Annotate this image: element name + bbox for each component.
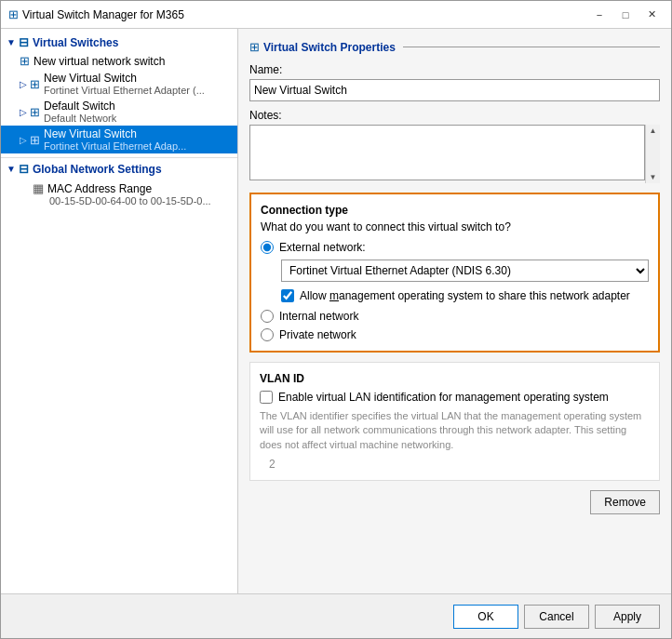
- properties-title: Virtual Switch Properties: [263, 41, 396, 54]
- global-icon: ⊟: [19, 162, 29, 176]
- internal-radio[interactable]: [261, 310, 274, 323]
- default-sw-content: Default Switch Default Network: [44, 100, 116, 124]
- virtual-switches-header[interactable]: ▼ ⊟ Virtual Switches: [1, 33, 237, 52]
- left-panel: ▼ ⊟ Virtual Switches ⊞ New virtual netwo…: [1, 29, 238, 593]
- default-sw-expand: ▷: [20, 107, 27, 117]
- vlan-checkbox[interactable]: [260, 391, 273, 404]
- allow-mgmt-checkbox[interactable]: [281, 289, 294, 302]
- vlan-checkbox-label: Enable virtual LAN identification for ma…: [278, 391, 609, 404]
- right-panel: ⊞ Virtual Switch Properties Name: Notes:…: [238, 29, 671, 593]
- mac-sub: 00-15-5D-00-64-00 to 00-15-5D-0...: [49, 195, 232, 206]
- tree-item-default-switch[interactable]: ▷ ⊞ Default Switch Default Network: [1, 98, 237, 126]
- maximize-button[interactable]: □: [613, 5, 638, 25]
- allow-mgmt-checkbox-row: Allow management operating system to sha…: [281, 289, 649, 302]
- selected-vs-sub: Fortinet Virtual Ethernet Adap...: [44, 140, 186, 152]
- vlan-description: The VLAN identifier specifies the virtua…: [260, 409, 650, 452]
- internal-radio-label: Internal network: [279, 310, 358, 323]
- header-divider: [403, 47, 660, 47]
- scroll-down-icon[interactable]: ▼: [650, 173, 657, 181]
- vlan-checkbox-row: Enable virtual LAN identification for ma…: [260, 391, 650, 404]
- adapter-dropdown[interactable]: Fortinet Virtual Ethernet Adapter (NDIS …: [281, 260, 649, 282]
- bottom-bar: OK Cancel Apply: [1, 593, 671, 638]
- name-field-group: Name:: [249, 63, 660, 109]
- content-area: ▼ ⊟ Virtual Switches ⊞ New virtual netwo…: [1, 29, 671, 593]
- connection-type-title: Connection type: [261, 204, 649, 217]
- external-radio[interactable]: [261, 241, 274, 254]
- cancel-button[interactable]: Cancel: [524, 605, 589, 629]
- main-window: ⊞ Virtual Switch Manager for M365 − □ ✕ …: [0, 0, 672, 639]
- virtual-switches-label: Virtual Switches: [33, 36, 118, 49]
- external-radio-row: External network:: [261, 241, 649, 254]
- global-network-header[interactable]: ▼ ⊟ Global Network Settings: [1, 157, 237, 180]
- minimize-button[interactable]: −: [587, 5, 612, 25]
- remove-row: Remove: [249, 490, 660, 514]
- global-network-label: Global Network Settings: [33, 163, 162, 176]
- tree-item-new-vs[interactable]: ▷ ⊞ New Virtual Switch Fortinet Virtual …: [1, 70, 237, 98]
- notes-field-group: Notes: ▲ ▼: [249, 109, 660, 183]
- new-vs-expand: ▷: [20, 79, 27, 89]
- properties-header: ⊞ Virtual Switch Properties: [249, 40, 660, 54]
- connection-type-desc: What do you want to connect this virtual…: [261, 220, 649, 233]
- new-vnet-icon: ⊞: [20, 54, 30, 68]
- vlan-value: 2: [269, 458, 650, 471]
- vlan-title: VLAN ID: [260, 372, 650, 385]
- selected-vs-content: New Virtual Switch Fortinet Virtual Ethe…: [44, 127, 186, 152]
- adapter-dropdown-wrapper: Fortinet Virtual Ethernet Adapter (NDIS …: [281, 260, 649, 282]
- expand-icon: ▼: [7, 37, 16, 47]
- notes-textarea[interactable]: [249, 125, 645, 180]
- tree-item-new-vnet[interactable]: ⊞ New virtual network switch: [1, 52, 237, 70]
- mac-icon: ▦ MAC Address Range: [33, 181, 232, 195]
- default-sw-icon: ⊞: [30, 105, 40, 119]
- default-sw-label: Default Switch: [44, 100, 116, 113]
- properties-icon: ⊞: [249, 40, 260, 54]
- mac-icon-symbol: ▦: [33, 181, 44, 195]
- name-input[interactable]: [249, 79, 660, 101]
- new-vs-sub: Fortinet Virtual Ethernet Adapter (...: [44, 85, 205, 96]
- remove-button[interactable]: Remove: [590, 490, 660, 514]
- scroll-up-icon[interactable]: ▲: [650, 126, 657, 135]
- selected-vs-label: New Virtual Switch: [44, 127, 186, 140]
- new-vnet-content: New virtual network switch: [34, 55, 165, 68]
- ok-button[interactable]: OK: [453, 605, 518, 629]
- apply-button[interactable]: Apply: [595, 605, 660, 629]
- allow-mgmt-label: Allow management operating system to sha…: [300, 289, 630, 302]
- global-expand-icon: ▼: [7, 164, 16, 174]
- titlebar-controls: − □ ✕: [587, 5, 664, 25]
- titlebar-icon: ⊞: [8, 7, 19, 21]
- new-vnet-label: New virtual network switch: [34, 55, 165, 68]
- new-vs-content: New Virtual Switch Fortinet Virtual Ethe…: [44, 72, 205, 96]
- selected-vs-icon: ⊞: [30, 133, 40, 147]
- notes-label: Notes:: [249, 109, 660, 122]
- titlebar: ⊞ Virtual Switch Manager for M365 − □ ✕: [1, 1, 671, 29]
- private-radio-row: Private network: [261, 328, 649, 341]
- notes-scrollbar[interactable]: ▲ ▼: [645, 125, 660, 183]
- mac-address-item[interactable]: ▦ MAC Address Range 00-15-5D-00-64-00 to…: [1, 180, 237, 208]
- titlebar-title: Virtual Switch Manager for M365: [22, 8, 587, 21]
- new-vs-icon: ⊞: [30, 77, 40, 91]
- selected-vs-expand: ▷: [20, 135, 27, 145]
- internal-radio-row: Internal network: [261, 310, 649, 323]
- vlan-section: VLAN ID Enable virtual LAN identificatio…: [249, 362, 660, 481]
- private-radio[interactable]: [261, 328, 274, 341]
- default-sw-sub: Default Network: [44, 113, 116, 124]
- private-radio-label: Private network: [279, 328, 356, 341]
- close-button[interactable]: ✕: [639, 5, 664, 25]
- new-vs-label: New Virtual Switch: [44, 72, 205, 85]
- external-radio-label: External network:: [279, 241, 366, 254]
- tree-item-selected-vs[interactable]: ▷ ⊞ New Virtual Switch Fortinet Virtual …: [1, 126, 237, 153]
- mac-label: MAC Address Range: [47, 182, 152, 195]
- notes-textarea-wrapper: ▲ ▼: [249, 125, 660, 183]
- name-label: Name:: [249, 63, 660, 76]
- virtual-switches-icon: ⊟: [19, 35, 29, 49]
- connection-type-box: Connection type What do you want to conn…: [249, 193, 660, 353]
